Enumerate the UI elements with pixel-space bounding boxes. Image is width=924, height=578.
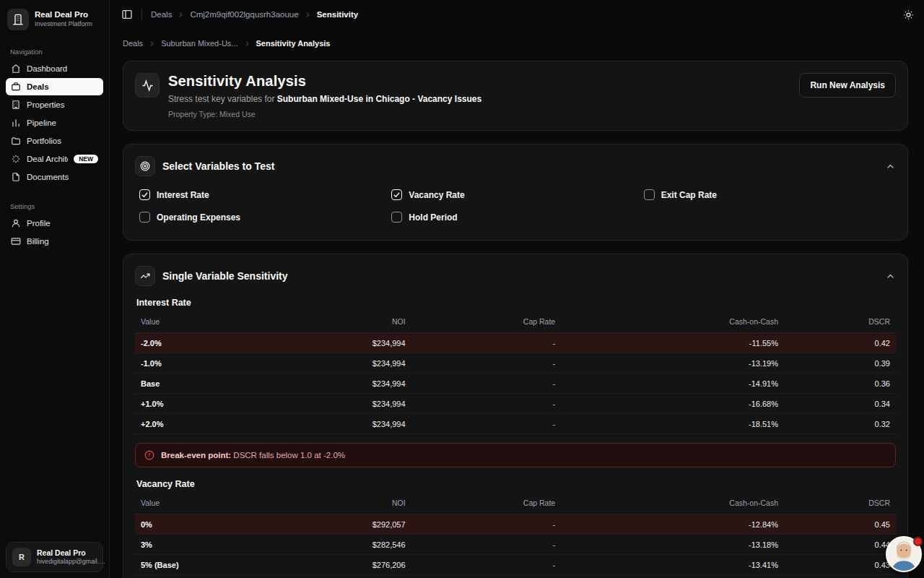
table-row: +2.0%$234,994--18.51%0.32	[135, 414, 896, 434]
table-cell: -11.55%	[561, 333, 784, 353]
break-even-warning: Break-even point: DSCR falls below 1.0 a…	[135, 443, 896, 467]
table-row: Base$234,994--14.91%0.36	[135, 374, 896, 394]
new-badge: NEW	[74, 155, 98, 164]
variable-checkbox-interest-rate[interactable]: Interest Rate	[139, 189, 391, 200]
column-header-cash-on-cash: Cash-on-Cash	[561, 311, 784, 333]
unchecked-checkbox-icon[interactable]	[644, 189, 655, 200]
variables-section-title: Select Variables to Test	[162, 160, 274, 172]
table-cell: -2.0%	[135, 333, 257, 353]
topbar-breadcrumb: DealsCmj2m9qif002lgqusrh3aouueSensitivit…	[151, 10, 358, 19]
table-row: 0%$292,057--12.84%0.45	[135, 514, 896, 535]
sidebar-item-label: Billing	[27, 237, 98, 246]
table-cell: -	[411, 333, 562, 353]
table-cell: $234,994	[257, 333, 411, 353]
sidebar-item-deals[interactable]: Deals	[6, 78, 103, 95]
checked-checkbox-icon[interactable]	[139, 189, 150, 200]
table-cell: Base	[135, 374, 257, 394]
chevron-right-icon	[304, 11, 312, 19]
table-cell: -	[411, 555, 562, 575]
sidebar-item-dashboard[interactable]: Dashboard	[6, 60, 103, 77]
column-header-noi: NOI	[257, 311, 411, 333]
sidebar-item-deal-architect[interactable]: Deal ArchitectNEW	[6, 150, 103, 168]
run-new-analysis-button[interactable]: Run New Analysis	[799, 73, 896, 98]
sidebar-item-label: Dashboard	[27, 64, 98, 73]
page-header-card: Sensitivity Analysis Stress test key var…	[123, 61, 908, 131]
sidebar-item-profile[interactable]: Profile	[6, 215, 103, 232]
table-heading-vacancy-rate: Vacancy Rate	[136, 479, 896, 489]
table-cell: $269,866	[257, 575, 411, 578]
alert-circle-icon	[144, 450, 154, 460]
property-name: Suburban Mixed-Use in Chicago - Vacancy …	[277, 94, 481, 104]
nav-section-label: Navigation	[6, 38, 103, 60]
column-header-noi: NOI	[257, 492, 411, 514]
column-header-dscr: DSCR	[784, 492, 896, 514]
sidebar-item-pipeline[interactable]: Pipeline	[6, 114, 103, 131]
table-cell: 5% (Base)	[135, 555, 257, 575]
table-cell: -	[411, 353, 562, 374]
table-cell: $234,994	[257, 414, 411, 434]
breadcrumb-item-deals[interactable]: Deals	[123, 39, 143, 48]
table-cell: 3%	[135, 535, 257, 555]
table-cell: +2.0%	[135, 414, 257, 434]
table-cell: -	[411, 535, 562, 555]
user-avatar: R	[12, 548, 31, 566]
table-cell: -13.19%	[561, 353, 784, 374]
credit-card-icon	[11, 236, 21, 246]
building-icon	[11, 100, 21, 110]
table-cell: 0.39	[784, 353, 896, 374]
chevron-right-icon	[148, 40, 156, 48]
table-cell: $292,057	[257, 514, 411, 535]
table-cell: -1.0%	[135, 353, 257, 374]
sidebar-item-label: Documents	[27, 173, 98, 181]
checkbox-label: Vacancy Rate	[409, 190, 464, 200]
unchecked-checkbox-icon[interactable]	[391, 212, 402, 223]
table-cell: 0.44	[784, 535, 896, 555]
column-header-cap-rate: Cap Rate	[411, 311, 562, 333]
table-row: 7%$269,866--13.64%0.42	[135, 575, 896, 578]
chevron-up-icon[interactable]	[885, 271, 896, 282]
variable-checkbox-hold-period[interactable]: Hold Period	[391, 212, 643, 223]
checked-checkbox-icon[interactable]	[391, 189, 402, 200]
trending-up-icon	[135, 266, 155, 286]
sidebar-spacer	[6, 251, 103, 542]
sidebar-toggle-icon[interactable]	[121, 9, 133, 20]
table-cell: -13.18%	[561, 535, 784, 555]
sidebar-item-label: Deal Architect	[27, 155, 68, 163]
breadcrumb-item-sensitivity: Sensitivity	[317, 10, 359, 19]
sidebar-item-properties[interactable]: Properties	[6, 96, 103, 113]
subtitle-prefix: Stress test key variables for	[168, 94, 277, 104]
sidebar-item-documents[interactable]: Documents	[6, 168, 103, 186]
table-cell: 0.36	[784, 374, 896, 394]
theme-toggle-icon[interactable]	[903, 9, 914, 20]
variable-checkbox-operating-expenses[interactable]: Operating Expenses	[139, 212, 391, 223]
user-profile-card[interactable]: R Real Deal Pro hivedigitalapp@gmail.com	[6, 542, 103, 572]
table-cell: $234,994	[257, 353, 411, 374]
sidebar-item-billing[interactable]: Billing	[6, 233, 103, 250]
warning-text: Break-even point: DSCR falls below 1.0 a…	[161, 451, 345, 460]
breadcrumb-item-cmj2m9qif002lgqusrh3aouue[interactable]: Cmj2m9qif002lgqusrh3aouue	[190, 10, 298, 19]
column-header-dscr: DSCR	[784, 311, 896, 333]
table-cell: -	[411, 514, 562, 535]
user-name: Real Deal Pro	[37, 548, 106, 558]
sidebar-item-portfolios[interactable]: Portfolios	[6, 132, 103, 150]
breadcrumb-item-suburban-mixed-us[interactable]: Suburban Mixed-Us...	[161, 39, 237, 48]
table-row: -2.0%$234,994--11.55%0.42	[135, 333, 896, 353]
app-logo-icon	[7, 9, 29, 30]
breadcrumb-item-deals[interactable]: Deals	[151, 10, 172, 19]
page-breadcrumb-wrap: DealsSuburban Mixed-Us...Sensitivity Ana…	[123, 39, 908, 48]
user-icon	[11, 218, 21, 228]
chevron-up-icon[interactable]	[885, 161, 896, 172]
unchecked-checkbox-icon[interactable]	[139, 212, 150, 223]
sidebar-nav-list: DashboardDealsPropertiesPipelinePortfoli…	[6, 60, 103, 186]
topbar-divider	[141, 9, 142, 20]
variable-checkbox-exit-cap-rate[interactable]: Exit Cap Rate	[644, 189, 896, 200]
variable-checkbox-vacancy-rate[interactable]: Vacancy Rate	[391, 189, 643, 200]
folder-icon	[11, 136, 21, 146]
variables-card: Select Variables to Test Interest RateVa…	[123, 144, 908, 241]
table-cell: +1.0%	[135, 394, 257, 414]
table-cell: 0.42	[784, 333, 896, 353]
table-cell: -	[411, 575, 562, 578]
app-tagline: Investment Platform	[35, 20, 92, 29]
app-name: Real Deal Pro	[35, 10, 92, 20]
page-title: Sensitivity Analysis	[168, 73, 481, 90]
